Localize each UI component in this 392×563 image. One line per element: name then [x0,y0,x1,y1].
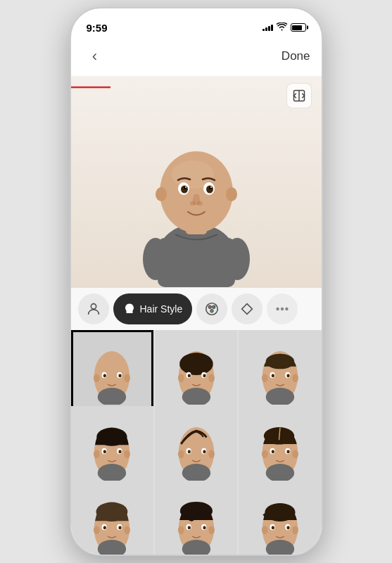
svg-point-108 [286,526,289,530]
svg-point-29 [286,308,288,310]
svg-point-21 [91,304,96,309]
status-time: 9:59 [87,22,108,34]
svg-point-22 [206,303,218,315]
svg-point-12 [206,186,213,194]
signal-icon [263,25,273,31]
svg-point-28 [282,308,284,310]
svg-point-44 [187,374,190,377]
svg-point-58 [124,450,130,459]
svg-point-49 [292,374,298,382]
svg-point-45 [203,374,206,377]
svg-point-57 [94,450,100,459]
avatar-area [71,76,322,287]
status-icons [263,23,306,33]
svg-point-31 [94,374,100,382]
svg-point-25 [210,310,213,312]
svg-point-86 [96,502,128,521]
svg-point-102 [262,526,268,535]
back-button[interactable]: ‹ [82,44,108,69]
svg-point-23 [209,305,212,308]
header: ‹ Done [71,39,322,76]
svg-point-74 [262,450,268,459]
wifi-icon [277,23,287,33]
toolbar-hairstyle-label: Hair Style [140,303,183,315]
svg-point-48 [262,374,268,382]
svg-point-70 [187,450,190,453]
svg-point-16 [210,186,212,188]
svg-point-81 [286,450,289,453]
svg-point-27 [277,308,279,310]
toolbar-hairstyle-button[interactable]: Hair Style [113,293,193,324]
svg-point-107 [272,526,274,530]
svg-point-94 [208,526,215,535]
svg-point-7 [156,187,167,201]
selection-item-6[interactable] [71,483,153,556]
selections-grid [71,330,322,556]
selection-item-3[interactable] [71,406,153,488]
toolbar-person-button[interactable] [78,293,109,324]
svg-marker-26 [242,304,253,315]
svg-point-98 [187,526,190,530]
svg-point-36 [119,374,122,377]
toolbar-shape-button[interactable] [232,293,263,324]
done-button[interactable]: Done [282,49,310,63]
svg-point-103 [292,526,298,535]
svg-rect-3 [158,238,235,287]
mirror-button[interactable] [286,83,312,108]
selection-item-1[interactable] [155,330,237,412]
svg-point-67 [208,450,215,459]
svg-point-17 [190,201,196,205]
svg-point-85 [124,526,130,535]
svg-point-75 [292,450,298,459]
selection-item-0[interactable] [71,330,153,412]
status-bar: 9:59 [71,8,322,39]
svg-point-32 [124,374,130,382]
avatar-preview [126,83,267,280]
mirror-arrow [70,73,153,101]
svg-point-80 [272,450,274,453]
svg-point-66 [178,450,184,459]
svg-point-62 [103,450,106,453]
svg-point-50 [266,353,294,369]
toolbar-more-button[interactable] [267,293,298,324]
svg-point-40 [208,374,215,382]
selection-item-8[interactable] [239,483,321,556]
svg-point-99 [203,526,206,530]
svg-point-18 [197,201,203,205]
svg-point-15 [185,186,186,188]
selection-item-7[interactable] [155,483,237,556]
svg-point-63 [119,450,122,453]
svg-point-89 [103,526,106,530]
svg-point-54 [286,374,289,377]
svg-point-11 [181,186,188,194]
battery-icon [291,23,306,32]
svg-point-24 [213,305,215,308]
selection-item-4[interactable] [155,406,237,488]
svg-point-20 [225,238,250,280]
svg-point-19 [143,238,168,280]
svg-point-90 [119,526,122,530]
svg-point-71 [203,450,206,453]
toolbar-color-button[interactable] [196,293,227,324]
svg-point-39 [178,374,184,382]
selection-item-2[interactable] [239,330,321,412]
svg-point-93 [178,526,184,535]
svg-point-8 [226,187,237,201]
phone-frame: 9:59 ‹ Done [70,7,323,556]
svg-point-35 [103,374,106,377]
svg-point-59 [97,428,127,446]
selection-item-5[interactable] [239,406,321,488]
svg-point-53 [272,374,274,377]
svg-point-84 [94,526,100,535]
toolbar: Hair Style [71,287,322,330]
